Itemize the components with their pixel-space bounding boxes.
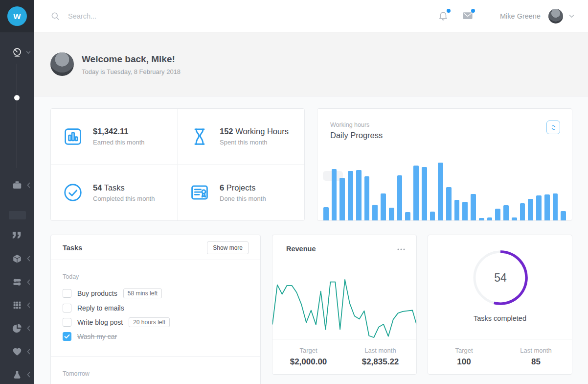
show-more-button[interactable]: Show more [207,241,249,254]
bar [372,205,378,220]
sidebar-item-pie-chart[interactable] [0,321,34,336]
stat-label: Earned this month [93,139,145,146]
bar [495,209,500,220]
user-menu[interactable]: Mike Greene [500,9,574,24]
bar [389,208,394,220]
submenu-tree-line [17,64,17,168]
sidebar-item-briefcase[interactable] [0,178,34,192]
flask-icon [12,369,23,380]
toggles-icon [12,277,23,288]
working-hours-subtitle: Working hours [330,121,369,128]
search-icon [50,11,60,21]
bar [332,169,337,220]
stat-label: Spent this month [220,139,289,146]
app-logo[interactable]: w [0,0,34,32]
bar [430,212,435,220]
bar [520,203,525,220]
refresh-icon [550,124,557,131]
sidebar-section-placeholder [9,211,26,219]
bar [364,176,370,220]
notifications-bell-icon[interactable] [438,10,450,22]
bar [512,217,517,220]
pie-chart-icon [12,323,23,334]
active-submenu-dot[interactable] [14,95,20,100]
bar [561,211,566,220]
header-actions: Mike Greene [438,0,574,32]
certificate-icon [189,182,210,203]
task-row: Write blog post 20 hours left [63,317,249,327]
welcome-band: Welcome back, Mike! Today is Tuesday, 8 … [34,32,588,96]
stat-label: Completed this month [93,195,155,202]
stat-text: 152 Working Hours Spent this month [220,127,289,146]
chevron-left-icon [26,325,31,331]
chevron-down-icon [26,49,31,55]
bar [438,163,443,220]
sidebar-divider [0,203,34,203]
tasks-donut: 54 [471,248,530,307]
chevron-left-icon [26,182,31,188]
cube-icon [12,253,23,264]
message-dot [471,9,475,13]
welcome-title: Welcome back, Mike! [82,54,175,65]
welcome-avatar [50,52,74,76]
sidebar-item-grid[interactable] [0,298,34,312]
welcome-date: Today is Tuesday, 8 February 2018 [82,68,181,75]
revenue-card: Revenue Target $2,000.00 Last month $2,8… [272,235,417,375]
section-label-today: Today [63,273,79,280]
sidebar-item-dashboard[interactable] [0,45,34,60]
bar [544,194,550,220]
tasks-target: Target 100 [428,339,500,374]
bar [446,187,452,220]
bar [397,175,403,220]
stats-card: $1,342.11 Earned this month 152 Working … [50,108,305,221]
sidebar-item-cube[interactable] [0,251,34,266]
sidebar-item-heart[interactable] [0,344,34,359]
tasks-completed-value: 54 [471,248,530,307]
refresh-button[interactable] [546,120,560,134]
revenue-line-chart [272,235,417,339]
task-checkbox[interactable] [63,304,71,312]
notification-dot [447,9,451,13]
search-bar [50,0,185,32]
bar [528,199,533,220]
bar [413,166,419,220]
bar [536,195,542,220]
sidebar-item-toggles[interactable] [0,275,34,289]
bar [503,205,509,220]
task-checkbox[interactable] [63,332,71,341]
stat-projects: 6 Projects Done this month [178,165,304,220]
quotes-icon [12,230,23,240]
bar [348,171,353,220]
bar [487,217,493,220]
chevron-left-icon [26,372,31,378]
bar [381,193,386,220]
briefcase-icon [12,180,23,191]
stat-value: 152 [220,127,233,136]
sidebar-item-flask[interactable] [0,367,34,382]
task-checkbox[interactable] [63,318,71,327]
heart-icon [12,346,23,357]
stat-tasks: 54 Tasks Completed this month [51,165,178,220]
bar [339,178,345,220]
task-label: Write blog post [77,318,123,326]
working-hours-bars [323,163,566,220]
chevron-down-icon [569,14,574,18]
bar [462,202,468,220]
chevron-left-icon [26,302,31,308]
tasks-completed-card: 54 Tasks completed Target 100 Last month… [428,235,572,375]
search-input[interactable] [68,12,185,20]
tasks-title: Tasks [63,244,82,252]
dashboard-gauge-icon [12,47,23,58]
stat-value: 6 [220,183,224,192]
messages-mail-icon[interactable] [462,10,474,22]
task-checkbox[interactable] [63,289,71,298]
task-label: Wash my car [77,333,117,340]
bar-chart-square-icon [63,126,83,147]
sidebar-item-quotes[interactable] [0,228,34,242]
bar [356,170,362,220]
user-name: Mike Greene [500,12,541,20]
daily-progress-card: Working hours Daily Progress [317,108,572,221]
header-separator [486,11,486,21]
bar [422,167,427,220]
task-badge: 58 mins left [123,288,162,298]
